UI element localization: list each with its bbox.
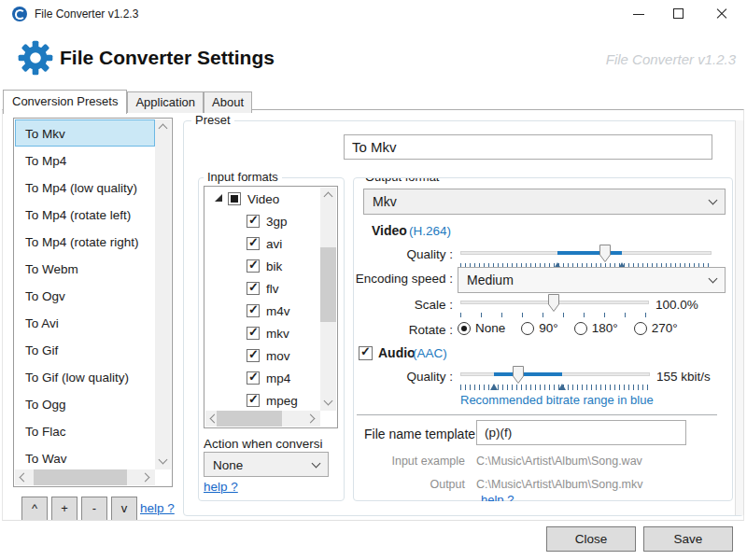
scroll-right-button[interactable] — [139, 469, 155, 485]
format-tree-item[interactable]: ✓avi — [205, 232, 320, 255]
hscroll-thumb[interactable] — [34, 469, 127, 485]
format-checkbox[interactable]: ✓ — [247, 349, 260, 362]
scale-slider[interactable] — [460, 293, 649, 312]
slider-thumb[interactable] — [548, 294, 559, 312]
filename-template-input[interactable]: (p)(f) — [476, 420, 686, 445]
format-tree-hscrollbar[interactable] — [205, 411, 320, 427]
preset-list-item[interactable]: To Ogg — [15, 390, 155, 417]
preset-list-item[interactable]: To Wav — [15, 444, 155, 469]
hscroll-thumb[interactable] — [217, 411, 282, 427]
audio-checkbox[interactable]: ✓ — [359, 346, 373, 360]
video-quality-slider[interactable] — [460, 244, 712, 262]
format-label: flv — [266, 282, 279, 296]
audio-section-label: Audio — [378, 345, 416, 360]
rotate-option[interactable]: 180° — [574, 321, 618, 335]
preset-list-item[interactable]: To Gif — [15, 336, 155, 363]
scroll-left-button[interactable] — [15, 469, 31, 485]
format-tree-root-row[interactable]: Video — [205, 188, 320, 210]
preset-list-item[interactable]: To Mp4 — [15, 147, 155, 174]
tab-application[interactable]: Application — [127, 91, 204, 113]
vscroll-thumb[interactable] — [320, 247, 336, 322]
radio-icon[interactable] — [458, 322, 471, 335]
format-checkbox[interactable]: ✓ — [247, 304, 260, 317]
rotate-option-label: 270° — [652, 321, 678, 335]
preset-list-item[interactable]: To Gif (low quality) — [15, 363, 155, 390]
preset-list-item[interactable]: To Webm — [15, 255, 155, 282]
preset-list-item[interactable]: To Mkv — [15, 119, 155, 147]
scroll-down-button[interactable] — [320, 395, 336, 411]
radio-icon[interactable] — [574, 322, 587, 335]
radio-icon[interactable] — [521, 322, 534, 335]
file-converter-settings-window: File Converter v1.2.3 File Converter Set… — [0, 0, 747, 560]
slider-thumb[interactable] — [599, 245, 611, 262]
tree-expander-icon[interactable] — [215, 194, 222, 202]
format-tree-item[interactable]: ✓mov — [205, 344, 320, 367]
output-label: Output — [364, 478, 465, 491]
format-tree-vscrollbar[interactable] — [320, 188, 336, 411]
audio-codec-label: (AAC) — [413, 346, 447, 360]
preset-list-item[interactable]: To Mp4 (rotate left) — [15, 201, 155, 228]
preset-list-vscrollbar[interactable] — [155, 119, 171, 469]
format-tree-item[interactable]: ✓bik — [205, 255, 320, 277]
format-tree-item[interactable]: ✓m4v — [205, 300, 320, 322]
output-format-select[interactable]: Mkv — [363, 189, 726, 215]
scale-label: Scale : — [355, 298, 453, 312]
maximize-button[interactable] — [663, 5, 695, 23]
format-checkbox[interactable]: ✓ — [247, 282, 260, 295]
dialog-close-button[interactable]: Close — [546, 526, 636, 552]
format-tree-item[interactable]: ✓mpeg — [205, 389, 320, 411]
format-checkbox[interactable]: ✓ — [247, 371, 260, 385]
preset-list-item[interactable]: To Mp4 (low quality) — [15, 174, 155, 201]
formats-help-link[interactable]: help ? — [204, 480, 238, 494]
chevron-up-icon — [159, 124, 168, 133]
output-value: C:\Music\Artist\Album\Song.mkv — [476, 478, 643, 491]
rotate-option[interactable]: 90° — [521, 321, 557, 335]
radio-icon[interactable] — [634, 322, 647, 335]
window-close-button[interactable] — [706, 5, 738, 23]
preset-name-input[interactable]: To Mkv — [344, 134, 712, 160]
tab-about[interactable]: About — [204, 91, 252, 113]
rotate-option[interactable]: 270° — [634, 321, 678, 335]
audio-quality-slider[interactable] — [460, 365, 650, 384]
format-checkbox[interactable]: ✓ — [247, 259, 260, 273]
scroll-up-button[interactable] — [155, 119, 171, 135]
preset-list-item[interactable]: To Mp4 (rotate right) — [15, 228, 155, 255]
format-checkbox[interactable]: ✓ — [247, 215, 260, 228]
bitrate-note: Recommended bitrate range in blue — [460, 393, 654, 407]
format-checkbox[interactable]: ✓ — [247, 237, 260, 250]
action-select[interactable]: None — [204, 452, 329, 477]
preset-list-item[interactable]: To Ogv — [15, 282, 155, 309]
video-category-label: Video — [247, 192, 279, 206]
format-tree-item[interactable]: ✓mp4 — [205, 367, 320, 389]
chevron-down-icon — [709, 274, 718, 284]
rotate-option-label: 180° — [592, 321, 618, 335]
preset-group-label: Preset — [191, 113, 234, 127]
output-format-value: Mkv — [373, 194, 397, 209]
filename-help-link[interactable]: help ? — [481, 493, 514, 501]
preset-list-item[interactable]: To Avi — [15, 309, 155, 336]
chevron-up-icon — [324, 192, 333, 202]
maximize-icon — [673, 8, 684, 19]
preset-panel-scrollbar[interactable] — [735, 120, 744, 515]
slider-thumb[interactable] — [513, 366, 524, 384]
format-tree-item[interactable]: ✓flv — [205, 277, 320, 300]
format-tree-item[interactable]: ✓mkv — [205, 322, 320, 344]
format-tree-item[interactable]: ✓3gp — [205, 210, 320, 232]
save-button[interactable]: Save — [643, 526, 733, 552]
scale-ticks — [460, 313, 649, 317]
recommended-range-fill — [494, 372, 562, 376]
video-category-checkbox[interactable] — [228, 192, 241, 205]
chevron-down-icon — [159, 455, 168, 465]
encoding-speed-select[interactable]: Medium — [458, 267, 726, 293]
format-label: mov — [266, 349, 290, 363]
rotate-option[interactable]: None — [458, 321, 505, 335]
scroll-down-button[interactable] — [155, 454, 171, 469]
scroll-right-button[interactable] — [304, 411, 320, 427]
minimize-button[interactable] — [623, 5, 655, 23]
preset-list-item[interactable]: To Flac — [15, 417, 155, 444]
scroll-up-button[interactable] — [320, 188, 336, 203]
format-checkbox[interactable]: ✓ — [247, 327, 260, 340]
preset-list-hscrollbar[interactable] — [15, 469, 155, 485]
tab-conversion-presets[interactable]: Conversion Presets — [3, 90, 127, 114]
format-checkbox[interactable]: ✓ — [247, 394, 260, 407]
